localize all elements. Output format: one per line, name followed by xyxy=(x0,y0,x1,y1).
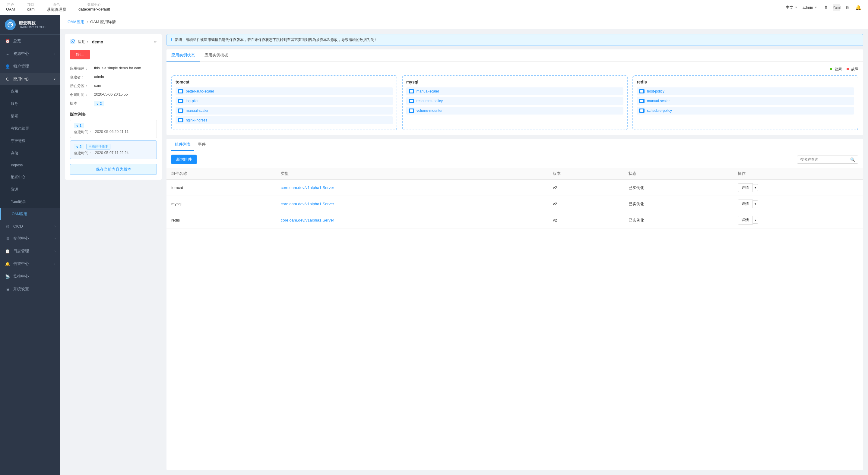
version-1-time-label: 创建时间： xyxy=(74,130,95,135)
logo-subtitle: HARMONY CLOUD xyxy=(19,26,45,29)
sidebar-item-sysconfig[interactable]: 🖥 系统设置 xyxy=(0,283,60,295)
row-0-name: tomcat xyxy=(166,180,276,196)
row-2-type-link[interactable]: core.oam.dev/v1alpha1.Server xyxy=(281,218,334,223)
sidebar-item-configcenter[interactable]: 配置中心 xyxy=(0,171,60,183)
node-tag-manual-scaler-tomcat[interactable]: manual-scaler xyxy=(176,107,393,114)
node-tag-better-auto-scaler[interactable]: better-auto-scaler xyxy=(176,88,393,95)
alert-arrow-icon: › xyxy=(55,262,56,266)
breadcrumb-parent[interactable]: OAM应用 xyxy=(67,19,85,25)
sidebar-item-logmgmt[interactable]: 📋 日志管理 › xyxy=(0,245,60,258)
search-icon[interactable]: 🔍 xyxy=(850,157,855,162)
sidebar-item-service[interactable]: 服务 xyxy=(0,98,60,110)
sidebar-item-deploy[interactable]: 部署 xyxy=(0,110,60,122)
project-value: oam xyxy=(27,7,35,11)
tag-icon xyxy=(178,108,183,113)
row-2-version: v2 xyxy=(548,212,623,229)
topbar-tenant: 租户 OAM xyxy=(6,2,15,12)
notification-icon[interactable]: 🔔 xyxy=(855,4,862,11)
add-component-button[interactable]: 新增组件 xyxy=(171,155,197,164)
sidebar-item-resource[interactable]: ≡ 资源中心 › xyxy=(0,47,60,60)
node-tag-nginx-ingress[interactable]: nginx-ingress xyxy=(176,116,393,124)
tab-component-events[interactable]: 事件 xyxy=(194,139,209,151)
stop-button[interactable]: 终止 xyxy=(70,50,90,59)
sidebar-item-yaml[interactable]: Yaml记录 xyxy=(0,196,60,208)
node-tag-manual-scaler-redis[interactable]: manual-scaler xyxy=(637,97,854,105)
sidebar-item-label: 资源中心 xyxy=(13,51,29,56)
main-layout: 谐云科技 HARMONY CLOUD ⏰ 总览 ≡ 资源中心 › 👤 租户管理 … xyxy=(0,15,868,475)
yaml-btn[interactable]: Yaml xyxy=(833,4,840,11)
detail-arrow-2[interactable]: ▾ xyxy=(753,217,758,224)
label: 资源 xyxy=(11,187,18,192)
sidebar-item-delivery[interactable]: 🖥 交付中心 › xyxy=(0,232,60,245)
creator-label: 创建者： xyxy=(70,75,94,80)
legend-healthy-label: 健康 xyxy=(835,67,842,71)
table-row: tomcat core.oam.dev/v1alpha1.Server v2 已… xyxy=(166,180,863,196)
node-tomcat-title: tomcat xyxy=(176,79,393,84)
tab-instance-template[interactable]: 应用实例模板 xyxy=(200,49,233,62)
row-1-type-link[interactable]: core.oam.dev/v1alpha1.Server xyxy=(281,202,334,206)
detail-arrow-1[interactable]: ▾ xyxy=(753,200,758,207)
node-tag-resources-policy[interactable]: resources-policy xyxy=(406,97,624,105)
sidebar-item-storage[interactable]: 存储 xyxy=(0,147,60,160)
tag-label: log-pilot xyxy=(186,99,198,103)
detail-button-1[interactable]: 详情 xyxy=(738,200,753,208)
topbar-datacenter: 数据中心 datacenter-default xyxy=(79,2,110,12)
version-2-time-row: 创建时间： 2020-05-07 11:22:24 xyxy=(74,151,153,156)
desc-value: this is a simple demo for oam xyxy=(94,66,141,71)
sidebar-item-label: 监控中心 xyxy=(13,274,29,279)
save-version-button[interactable]: 保存当前内容为版本 xyxy=(70,164,157,175)
user-selector[interactable]: admin ▼ xyxy=(803,5,817,10)
node-tag-host-policy[interactable]: host-policy xyxy=(637,88,854,95)
topbar-project: 项目 oam xyxy=(27,2,35,12)
sidebar-item-oamapp[interactable]: OAM应用 xyxy=(0,208,60,220)
tab-component-list[interactable]: 组件列表 xyxy=(171,139,194,151)
user-value: admin xyxy=(803,5,813,10)
search-box[interactable]: 🔍 xyxy=(797,156,858,164)
detail-button-2[interactable]: 详情 xyxy=(738,216,753,225)
healthy-dot xyxy=(830,68,832,70)
monitor-icon: 📡 xyxy=(5,274,10,279)
node-tag-schedule-policy[interactable]: schedule-policy xyxy=(637,107,854,114)
sidebar-item-alert[interactable]: 🔔 告警中心 › xyxy=(0,258,60,270)
sidebar-item-app[interactable]: 应用 xyxy=(0,85,60,98)
detail-arrow-0[interactable]: ▾ xyxy=(753,184,758,191)
desc-label: 应用描述： xyxy=(70,66,94,71)
terminal-icon[interactable]: 🖥 xyxy=(844,4,851,11)
version-item-2[interactable]: v 2 当前运行版本 创建时间： 2020-05-07 11:22:24 xyxy=(70,140,157,159)
sidebar-item-stateful[interactable]: 有状态部署 xyxy=(0,122,60,135)
version-2-header: v 2 当前运行版本 xyxy=(74,144,153,149)
export-icon[interactable]: ⬆ xyxy=(822,4,829,11)
appcenter-icon: ⬡ xyxy=(5,77,10,81)
tab-instance-state[interactable]: 应用实例状态 xyxy=(166,49,200,62)
version-row: 版本： v 2 xyxy=(70,99,157,108)
component-tabs: 组件列表 事件 xyxy=(166,139,863,151)
svg-point-2 xyxy=(72,41,73,42)
row-0-type-link[interactable]: core.oam.dev/v1alpha1.Server xyxy=(281,185,334,190)
tag-icon xyxy=(639,108,645,113)
row-0-type: core.oam.dev/v1alpha1.Server xyxy=(276,180,548,196)
sidebar-item-overview[interactable]: ⏰ 总览 xyxy=(0,35,60,47)
label: Ingress xyxy=(11,163,23,167)
language-selector[interactable]: 中文 ▼ xyxy=(786,5,798,10)
sidebar-item-ingress[interactable]: Ingress xyxy=(0,160,60,171)
edit-app-name-icon[interactable]: ✏ xyxy=(154,40,157,44)
log-arrow-icon: › xyxy=(55,249,56,253)
row-2-name: redis xyxy=(166,212,276,229)
search-input[interactable] xyxy=(800,157,848,162)
detail-button-0[interactable]: 详情 xyxy=(738,183,753,192)
node-tag-manual-scaler-mysql[interactable]: manual-scaler xyxy=(406,88,624,95)
sidebar-item-monitor[interactable]: 📡 监控中心 xyxy=(0,270,60,283)
table-row: redis core.oam.dev/v1alpha1.Server v2 已实… xyxy=(166,212,863,229)
sidebar-item-resource2[interactable]: 资源 xyxy=(0,183,60,196)
sidebar-item-daemon[interactable]: 守护进程 xyxy=(0,135,60,147)
version-number: 2 xyxy=(100,102,102,106)
created-row: 创建时间： 2020-05-06 20:15:55 xyxy=(70,91,157,99)
sidebar-item-appcenter[interactable]: ⬡ 应用中心 ▾ xyxy=(0,73,60,85)
sidebar-item-cicd[interactable]: ◎ CICD › xyxy=(0,220,60,232)
node-tag-volume-mounter[interactable]: volume-mounter xyxy=(406,107,624,114)
sidebar-item-tenant[interactable]: 👤 租户管理 xyxy=(0,60,60,73)
node-tag-log-pilot[interactable]: log-pilot xyxy=(176,97,393,105)
version-item-1[interactable]: v 1 创建时间： 2020-05-06 20:21:11 xyxy=(70,120,157,138)
table-body: tomcat core.oam.dev/v1alpha1.Server v2 已… xyxy=(166,180,863,229)
app-name-value: demo xyxy=(92,39,103,44)
